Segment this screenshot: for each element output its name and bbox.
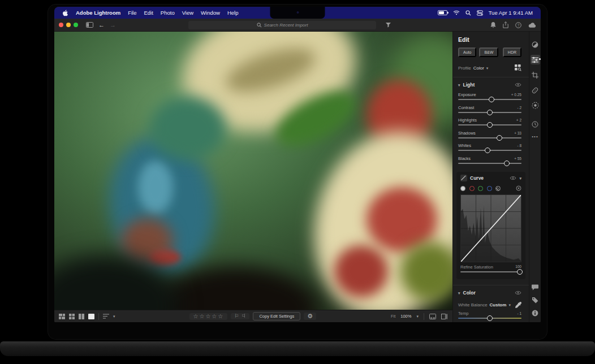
color-section-header[interactable]: ▾ Color bbox=[458, 290, 521, 296]
tint-slider[interactable]: Tint - 2 bbox=[458, 322, 521, 323]
spotlight-icon[interactable] bbox=[465, 10, 471, 16]
curve-channel-green[interactable] bbox=[478, 186, 483, 191]
slider-knob[interactable] bbox=[487, 315, 493, 321]
slider-track[interactable] bbox=[460, 271, 521, 272]
sort-icon[interactable] bbox=[103, 314, 109, 319]
slider-knob[interactable] bbox=[487, 110, 493, 115]
slider-knob[interactable] bbox=[487, 122, 493, 128]
versions-icon[interactable] bbox=[531, 119, 540, 129]
masking-icon[interactable] bbox=[531, 101, 540, 110]
wifi-icon[interactable] bbox=[453, 10, 460, 15]
menu-item-file[interactable]: File bbox=[128, 10, 136, 16]
color-collapse-chevron-icon[interactable]: ▾ bbox=[458, 291, 460, 295]
profile-chevron-icon[interactable]: ▾ bbox=[486, 66, 489, 70]
copy-edit-settings-button[interactable]: Copy Edit Settings bbox=[253, 312, 300, 321]
refine-saturation-slider[interactable]: Refine Saturation 100 bbox=[460, 264, 521, 275]
curve-channel-red[interactable] bbox=[469, 186, 475, 191]
cloud-sync-icon[interactable] bbox=[528, 23, 536, 28]
panel-toggle-icon[interactable] bbox=[86, 22, 93, 28]
help-icon[interactable]: ? bbox=[515, 22, 521, 28]
curve-channel-parametric[interactable] bbox=[495, 186, 501, 191]
minimize-button[interactable] bbox=[66, 23, 71, 27]
curve-channel-all[interactable] bbox=[460, 186, 465, 191]
exposure-slider[interactable]: Exposure + 0.25 bbox=[458, 90, 521, 103]
forward-icon[interactable]: → bbox=[110, 22, 116, 28]
eyedropper-icon[interactable] bbox=[515, 302, 521, 308]
star-rating[interactable]: ☆☆☆☆☆ bbox=[189, 313, 227, 320]
color-visibility-eye-icon[interactable] bbox=[515, 291, 521, 295]
temp-slider[interactable]: Temp - 1 bbox=[458, 309, 521, 322]
tone-curve-graph[interactable] bbox=[460, 194, 521, 262]
slider-track[interactable] bbox=[458, 163, 521, 164]
light-collapse-chevron-icon[interactable]: ▾ bbox=[458, 83, 460, 87]
profile-value[interactable]: Color bbox=[473, 66, 484, 71]
share-icon[interactable] bbox=[503, 21, 508, 28]
photo-grid-view-icon[interactable] bbox=[59, 314, 65, 319]
star-icon[interactable]: ☆ bbox=[205, 314, 212, 319]
filmstrip-toggle-icon[interactable] bbox=[429, 314, 436, 319]
hdr-button[interactable]: HDR bbox=[503, 47, 521, 57]
zoom-chevron-icon[interactable]: ▾ bbox=[416, 314, 419, 318]
star-icon[interactable]: ☆ bbox=[199, 314, 205, 319]
white-balance-value[interactable]: Custom bbox=[490, 302, 507, 307]
edit-controls-icon[interactable] bbox=[531, 55, 540, 64]
menu-item-view[interactable]: View bbox=[182, 10, 193, 16]
fit-label[interactable]: Fit bbox=[391, 314, 395, 319]
curve-collapse-chevron-icon[interactable]: ▾ bbox=[519, 176, 521, 180]
slider-track[interactable] bbox=[458, 137, 521, 138]
star-icon[interactable]: ☆ bbox=[212, 314, 218, 319]
zoom-button[interactable] bbox=[74, 23, 78, 27]
white-balance-chevron-icon[interactable]: ▾ bbox=[508, 303, 511, 307]
menu-item-edit[interactable]: Edit bbox=[144, 10, 153, 16]
compare-view-icon[interactable] bbox=[79, 314, 84, 319]
notifications-icon[interactable] bbox=[490, 22, 496, 28]
shadows-slider[interactable]: Shadows + 33 bbox=[458, 129, 521, 142]
photo-canvas[interactable] bbox=[54, 32, 452, 310]
comments-icon[interactable] bbox=[532, 284, 538, 291]
square-grid-view-icon[interactable] bbox=[69, 314, 75, 319]
light-visibility-eye-icon[interactable] bbox=[515, 83, 521, 87]
slider-knob[interactable] bbox=[497, 135, 502, 141]
filter-icon[interactable] bbox=[386, 23, 391, 28]
menu-item-help[interactable]: Help bbox=[227, 10, 239, 16]
light-section-header[interactable]: ▾ Light bbox=[458, 82, 521, 88]
slider-knob[interactable] bbox=[517, 269, 523, 275]
presets-icon[interactable] bbox=[531, 40, 540, 49]
highlights-slider[interactable]: Highlights + 2 bbox=[458, 116, 521, 129]
menu-clock[interactable]: Tue Apr 1 9:41 AM bbox=[489, 10, 533, 16]
slider-knob[interactable] bbox=[489, 97, 494, 102]
sort-chevron-icon[interactable]: ▾ bbox=[113, 314, 115, 318]
zoom-level[interactable]: 100% bbox=[400, 314, 411, 319]
profile-browse-icon[interactable] bbox=[515, 64, 521, 71]
back-icon[interactable]: ← bbox=[98, 22, 105, 28]
curve-channel-blue[interactable] bbox=[487, 186, 492, 191]
star-icon[interactable]: ☆ bbox=[193, 314, 199, 319]
healing-icon[interactable] bbox=[531, 85, 540, 95]
star-icon[interactable]: ☆ bbox=[218, 314, 224, 319]
keywords-icon[interactable] bbox=[532, 297, 538, 304]
curve-visibility-eye-icon[interactable] bbox=[510, 176, 516, 180]
control-center-icon[interactable] bbox=[477, 10, 483, 16]
battery-icon[interactable] bbox=[438, 10, 447, 15]
blacks-slider[interactable]: Blacks + 55 bbox=[458, 154, 521, 167]
crop-icon[interactable] bbox=[531, 70, 540, 80]
more-icon[interactable]: ••• bbox=[532, 135, 538, 139]
apple-logo-icon[interactable] bbox=[62, 10, 68, 16]
contrast-slider[interactable]: Contrast - 2 bbox=[458, 103, 521, 116]
menu-item-window[interactable]: Window bbox=[201, 10, 220, 16]
close-button[interactable] bbox=[59, 23, 63, 27]
bw-button[interactable]: B&W bbox=[479, 47, 498, 57]
slider-knob[interactable] bbox=[485, 148, 490, 153]
slider-knob[interactable] bbox=[504, 161, 510, 166]
menu-item-app[interactable]: Adobe Lightroom bbox=[76, 10, 120, 16]
info-icon[interactable] bbox=[532, 310, 538, 317]
detail-view-icon[interactable] bbox=[88, 314, 94, 319]
flag-controls[interactable]: ⚐ ⚐ bbox=[231, 313, 249, 319]
search-input[interactable]: Search Recent Import bbox=[188, 21, 376, 29]
before-after-icon[interactable] bbox=[441, 314, 448, 319]
whites-slider[interactable]: Whites - 8 bbox=[458, 141, 521, 154]
auto-button[interactable]: Auto bbox=[458, 47, 476, 57]
edit-settings-menu[interactable]: ⚙ bbox=[304, 313, 316, 320]
menu-item-photo[interactable]: Photo bbox=[161, 10, 175, 16]
pick-flag-icon[interactable]: ⚐ bbox=[234, 314, 239, 319]
